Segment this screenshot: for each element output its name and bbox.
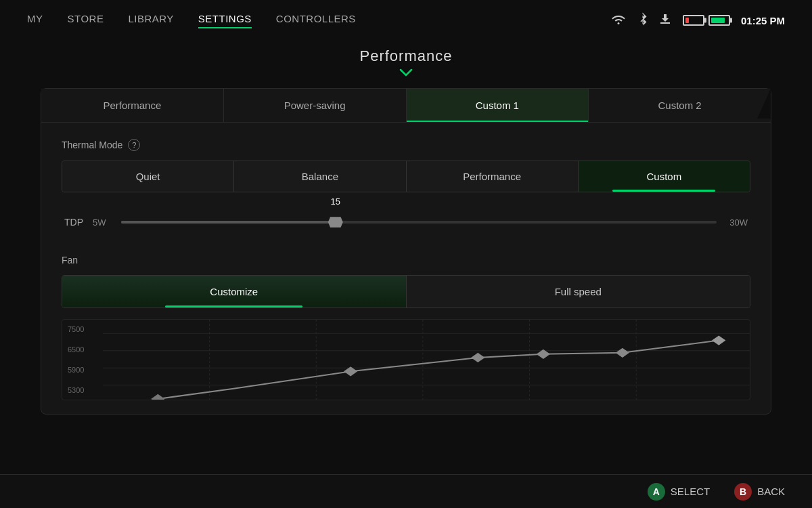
battery-fill-2 <box>711 18 725 23</box>
nav-my[interactable]: MY <box>27 13 43 28</box>
thermal-performance[interactable]: Performance <box>407 161 579 192</box>
chart-svg <box>103 320 750 400</box>
download-icon <box>658 12 672 29</box>
chart-label-5300: 5300 <box>68 386 84 394</box>
nav-library[interactable]: LIBRARY <box>128 13 173 28</box>
tdp-row: TDP 5W 15 30W <box>62 209 750 236</box>
bluetooth-icon <box>637 12 648 30</box>
page-title-wrap: Performance <box>0 47 812 79</box>
content-area: Thermal Mode ? Quiet Balance Performance… <box>41 123 771 400</box>
chart-label-6500: 6500 <box>68 345 84 354</box>
chart-point-3 <box>471 353 484 362</box>
tdp-slider-thumb[interactable] <box>328 215 343 230</box>
thermal-options: Quiet Balance Performance Custom <box>62 161 750 192</box>
chart-point-6 <box>712 335 725 345</box>
battery-status <box>683 15 730 26</box>
select-button[interactable]: A SELECT <box>648 483 710 501</box>
main-panel: Performance Power-saving Custom 1 Custom… <box>41 88 771 415</box>
tab-custom2[interactable]: Custom 2 <box>589 89 771 122</box>
tab-performance[interactable]: Performance <box>41 89 224 122</box>
title-chevron-icon <box>399 68 413 79</box>
tdp-max: 30W <box>726 217 748 228</box>
nav-right: 01:25 PM <box>611 12 785 30</box>
battery-fill <box>685 18 689 23</box>
tdp-min: 5W <box>93 217 112 228</box>
time-display: 01:25 PM <box>741 15 785 26</box>
battery-bar-2 <box>708 15 730 26</box>
top-nav: MY STORE LIBRARY SETTINGS CONTROLLERS <box>0 0 812 41</box>
select-badge: A <box>648 483 665 501</box>
fan-section: Fan Customize Full speed 7500 6500 5900 … <box>62 255 750 400</box>
tdp-slider-wrap: 15 <box>121 209 717 236</box>
thermal-custom[interactable]: Custom <box>579 161 750 192</box>
tdp-slider-fill <box>121 221 336 224</box>
nav-settings[interactable]: SETTINGS <box>198 13 252 28</box>
nav-items: MY STORE LIBRARY SETTINGS CONTROLLERS <box>27 13 611 28</box>
thermal-help-icon[interactable]: ? <box>128 139 140 151</box>
select-label: SELECT <box>671 486 710 497</box>
chart-point-1 <box>151 394 164 400</box>
tabs-row: Performance Power-saving Custom 1 Custom… <box>41 89 771 123</box>
tab-power-saving[interactable]: Power-saving <box>224 89 407 122</box>
chart-label-7500: 7500 <box>68 325 84 333</box>
back-button[interactable]: B BACK <box>734 483 785 501</box>
fan-full-speed[interactable]: Full speed <box>407 276 750 308</box>
chart-point-5 <box>616 348 629 358</box>
thermal-quiet[interactable]: Quiet <box>62 161 234 192</box>
fan-label: Fan <box>62 255 78 266</box>
page-title: Performance <box>360 47 453 65</box>
tdp-slider-track[interactable] <box>121 221 717 224</box>
back-label: BACK <box>757 486 785 497</box>
tab-custom1[interactable]: Custom 1 <box>407 89 589 122</box>
battery-bar <box>683 15 704 26</box>
tdp-label: TDP <box>64 217 83 228</box>
nav-store[interactable]: STORE <box>68 13 104 28</box>
back-badge: B <box>734 483 752 501</box>
fan-customize[interactable]: Customize <box>62 276 407 308</box>
bottom-bar: A SELECT B BACK <box>0 474 812 508</box>
fan-chart: 7500 6500 5900 5300 <box>62 319 750 400</box>
chart-labels: 7500 6500 5900 5300 <box>68 325 84 394</box>
fan-options: Customize Full speed <box>62 275 750 308</box>
tdp-value: 15 <box>331 196 340 207</box>
nav-controllers[interactable]: CONTROLLERS <box>276 13 356 28</box>
fan-section-label: Fan <box>62 255 750 266</box>
thermal-balance[interactable]: Balance <box>234 161 406 192</box>
thermal-mode-label: Thermal Mode <box>62 140 122 150</box>
wifi-icon <box>611 13 626 28</box>
thermal-mode-section: Thermal Mode ? <box>62 139 750 151</box>
chart-label-5900: 5900 <box>68 366 84 374</box>
